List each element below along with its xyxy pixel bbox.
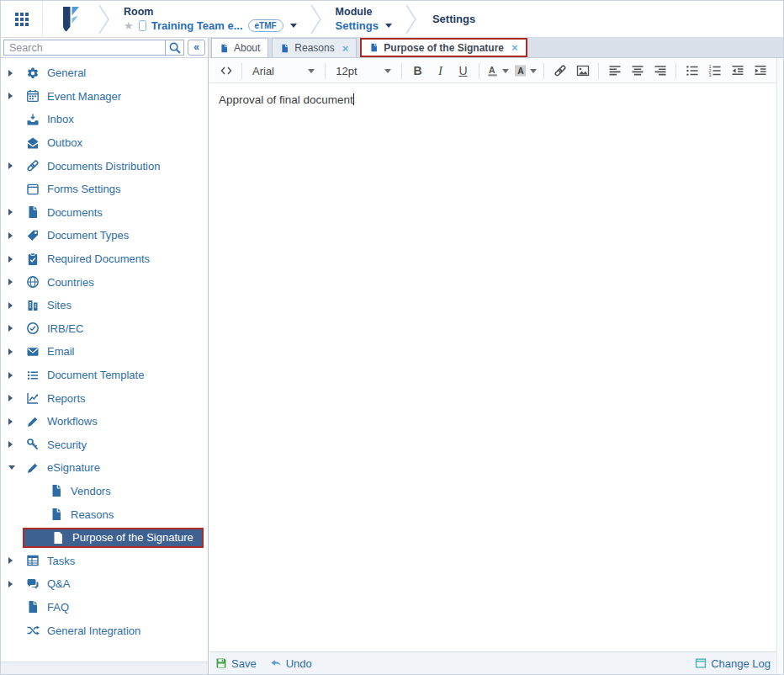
insert-image-button[interactable] [571, 61, 594, 81]
sidebar-item-body[interactable]: General [23, 63, 204, 83]
sidebar-item-body[interactable]: Document Types [23, 226, 204, 246]
sidebar-item-body[interactable]: Q&A [23, 574, 204, 594]
save-button[interactable]: Save [215, 657, 257, 670]
breadcrumb-module-segment[interactable]: Module Settings [322, 1, 405, 37]
sidebar-item-body[interactable]: Required Documents [23, 249, 204, 269]
sidebar-item-document-template[interactable]: Document Template [1, 364, 208, 387]
sidebar-item-sites[interactable]: Sites [1, 294, 208, 317]
brand-logo[interactable] [43, 1, 98, 37]
sidebar-item-purpose-of-the-signature[interactable]: Purpose of the Signature [1, 526, 208, 550]
outdent-button[interactable] [726, 61, 749, 81]
sidebar-item-faq[interactable]: FAQ [1, 596, 208, 619]
sidebar-item-body[interactable]: eSignature [23, 458, 204, 478]
italic-button[interactable]: I [429, 61, 452, 81]
sidebar-item-body[interactable]: Purpose of the Signature [23, 528, 204, 548]
search-button[interactable] [165, 40, 183, 55]
font-size-select[interactable]: 12pt [330, 61, 397, 81]
background-color-button[interactable]: A [511, 61, 539, 81]
expand-caret-icon[interactable] [1, 302, 23, 309]
sidebar-item-security[interactable]: Security [1, 433, 208, 457]
sidebar-item-documents[interactable]: Documents [1, 201, 208, 225]
favorite-star-icon[interactable]: ★ [124, 19, 134, 32]
sidebar-item-body[interactable]: Vendors [23, 481, 204, 501]
sidebar-item-documents-distribution[interactable]: Documents Distribution [1, 154, 208, 178]
room-name[interactable]: Training Team e... [151, 19, 243, 32]
collapse-caret-icon[interactable] [1, 465, 23, 470]
sidebar-item-body[interactable]: FAQ [23, 597, 204, 617]
expand-caret-icon[interactable] [1, 395, 23, 401]
sidebar-item-body[interactable]: Outbox [23, 133, 204, 153]
sidebar-item-body[interactable]: General Integration [23, 620, 204, 640]
tab-close-icon[interactable]: × [342, 43, 349, 54]
sidebar-item-body[interactable]: Countries [23, 272, 204, 292]
sidebar-item-body[interactable]: Email [23, 342, 204, 362]
sidebar-item-q-a[interactable]: Q&A [1, 572, 208, 596]
undo-button[interactable]: Undo [270, 657, 312, 670]
expand-caret-icon[interactable] [1, 93, 23, 99]
tab-reasons[interactable]: Reasons× [272, 38, 357, 57]
tab-purpose-of-the-signature[interactable]: Purpose of the Signature× [360, 38, 527, 57]
sidebar-item-body[interactable]: IRB/EC [23, 318, 204, 338]
search-input[interactable] [4, 40, 165, 55]
bold-button[interactable]: B [406, 61, 429, 81]
sidebar-item-esignature[interactable]: eSignature [1, 456, 208, 480]
expand-caret-icon[interactable] [1, 279, 23, 285]
sidebar-item-inbox[interactable]: Inbox [1, 108, 208, 131]
sidebar-item-body[interactable]: Documents [23, 202, 204, 222]
sidebar-item-workflows[interactable]: Workflows [1, 410, 208, 433]
sidebar-item-vendors[interactable]: Vendors [1, 480, 208, 503]
sidebar-item-body[interactable]: Event Manager [23, 86, 204, 106]
insert-link-button[interactable] [548, 61, 571, 81]
expand-caret-icon[interactable] [1, 372, 23, 379]
module-name[interactable]: Settings [336, 19, 379, 32]
expand-caret-icon[interactable] [1, 162, 23, 169]
module-dropdown-caret-icon[interactable] [385, 24, 392, 28]
bullet-list-button[interactable] [681, 61, 703, 81]
sidebar-item-body[interactable]: Document Template [23, 365, 204, 385]
sidebar-item-reports[interactable]: Reports [1, 386, 208, 410]
room-dropdown-caret-icon[interactable] [290, 24, 297, 28]
sidebar-item-body[interactable]: Documents Distribution [23, 156, 204, 176]
expand-caret-icon[interactable] [1, 70, 23, 77]
numbered-list-button[interactable]: 123 [703, 61, 726, 81]
sidebar-item-forms-settings[interactable]: Forms Settings [1, 178, 208, 201]
expand-caret-icon[interactable] [1, 256, 23, 263]
vertical-scrollbar-track[interactable] [776, 58, 783, 674]
change-log-button[interactable]: Change Log [695, 657, 771, 670]
tab-close-icon[interactable]: × [511, 42, 518, 53]
align-center-button[interactable] [626, 61, 649, 81]
sidebar-item-countries[interactable]: Countries [1, 270, 208, 294]
expand-caret-icon[interactable] [1, 209, 23, 215]
sidebar-item-email[interactable]: Email [1, 340, 208, 364]
sidebar-item-body[interactable]: Tasks [23, 550, 204, 571]
expand-caret-icon[interactable] [1, 441, 23, 448]
expand-caret-icon[interactable] [1, 557, 23, 564]
sidebar-item-required-documents[interactable]: Required Documents [1, 247, 208, 271]
sidebar-item-irb-ec[interactable]: IRB/EC [1, 317, 208, 341]
expand-caret-icon[interactable] [1, 232, 23, 239]
rich-text-editor[interactable]: Approval of final document [209, 84, 776, 651]
indent-button[interactable] [749, 61, 771, 81]
sidebar-item-body[interactable]: Inbox [23, 109, 204, 130]
sidebar-item-outbox[interactable]: Outbox [1, 131, 208, 155]
expand-caret-icon[interactable] [1, 418, 23, 425]
sidebar-item-event-manager[interactable]: Event Manager [1, 85, 208, 109]
align-left-button[interactable] [603, 61, 626, 81]
expand-caret-icon[interactable] [1, 325, 23, 332]
sidebar-item-reasons[interactable]: Reasons [1, 502, 208, 526]
sidebar-item-body[interactable]: Forms Settings [23, 179, 204, 199]
sidebar-item-body[interactable]: Reports [23, 388, 204, 408]
expand-caret-icon[interactable] [1, 348, 23, 355]
source-code-button[interactable] [215, 61, 237, 81]
collapse-sidebar-button[interactable]: « [188, 40, 205, 56]
expand-caret-icon[interactable] [1, 581, 23, 587]
font-family-select[interactable]: Arial [246, 61, 320, 81]
breadcrumb-room-segment[interactable]: Room ★ Training Team e... eTMF [110, 1, 310, 37]
sidebar-item-body[interactable]: Reasons [23, 504, 204, 524]
sidebar-item-body[interactable]: Sites [23, 295, 204, 316]
text-color-button[interactable]: A [484, 61, 511, 81]
sidebar-item-document-types[interactable]: Document Types [1, 224, 208, 247]
sidebar-item-general[interactable]: General [1, 61, 208, 85]
underline-button[interactable]: U [452, 61, 474, 81]
align-right-button[interactable] [649, 61, 671, 81]
